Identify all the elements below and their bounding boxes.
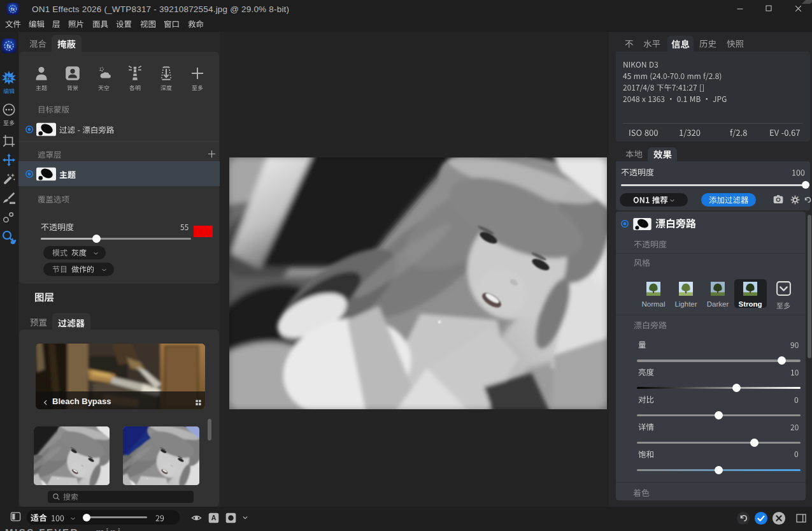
svg-text:fx: fx: [6, 75, 12, 82]
svg-text:fx: fx: [6, 43, 11, 50]
svg-text:fx: fx: [11, 7, 15, 12]
svg-text:A: A: [211, 514, 216, 521]
